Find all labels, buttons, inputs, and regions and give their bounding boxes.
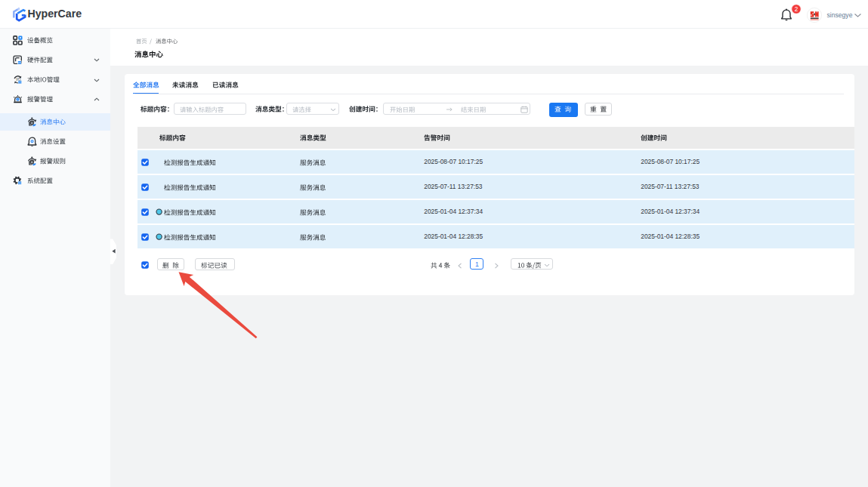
svg-text:2: 2 [794,6,798,13]
